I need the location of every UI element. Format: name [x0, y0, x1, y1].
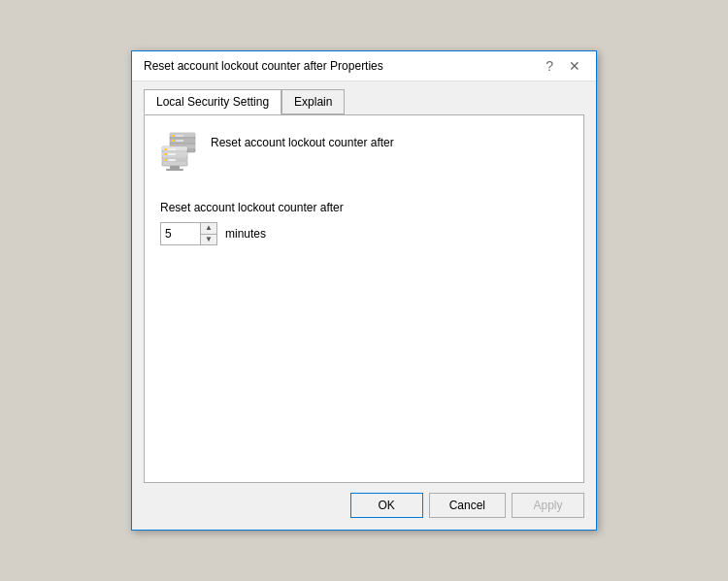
- svg-rect-2: [172, 135, 175, 137]
- dialog-window: Reset account lockout counter after Prop…: [131, 50, 597, 531]
- close-button[interactable]: ✕: [565, 59, 584, 73]
- spinner-down-button[interactable]: ▼: [201, 234, 216, 244]
- svg-rect-19: [170, 166, 180, 169]
- title-bar: Reset account lockout counter after Prop…: [132, 51, 596, 81]
- tab-content: Reset account lockout counter after Rese…: [144, 114, 584, 483]
- minutes-label: minutes: [225, 227, 266, 241]
- policy-icon: [160, 131, 199, 170]
- cancel-button[interactable]: Cancel: [429, 493, 506, 518]
- spinner-buttons: ▲ ▼: [200, 223, 216, 244]
- svg-rect-6: [176, 140, 183, 142]
- header-title: Reset account lockout counter after: [211, 131, 394, 151]
- setting-label: Reset account lockout counter after: [160, 201, 568, 214]
- svg-rect-3: [176, 135, 183, 137]
- title-bar-controls: ? ✕: [542, 59, 584, 73]
- svg-rect-20: [166, 169, 183, 171]
- spinner-input-wrapper: ▲ ▼: [160, 222, 217, 245]
- tab-explain[interactable]: Explain: [281, 89, 345, 114]
- svg-rect-18: [168, 159, 176, 161]
- dialog-title: Reset account lockout counter after Prop…: [144, 59, 383, 73]
- spinner-up-button[interactable]: ▲: [201, 223, 216, 234]
- svg-rect-11: [164, 148, 167, 150]
- svg-rect-12: [168, 148, 176, 150]
- help-button[interactable]: ?: [542, 59, 557, 73]
- ok-button[interactable]: OK: [350, 493, 423, 518]
- tab-local-security-setting[interactable]: Local Security Setting: [144, 89, 281, 114]
- svg-rect-14: [164, 153, 167, 155]
- minutes-input[interactable]: [161, 223, 200, 244]
- svg-rect-17: [164, 159, 167, 161]
- spinner-container: ▲ ▼ minutes: [160, 222, 568, 245]
- tab-bar: Local Security Setting Explain: [132, 81, 596, 114]
- apply-button[interactable]: Apply: [512, 493, 584, 518]
- header-section: Reset account lockout counter after: [160, 131, 568, 170]
- setting-section: Reset account lockout counter after ▲ ▼ …: [160, 193, 568, 253]
- svg-rect-15: [168, 153, 176, 155]
- svg-rect-5: [172, 140, 175, 142]
- dialog-footer: OK Cancel Apply: [132, 483, 596, 530]
